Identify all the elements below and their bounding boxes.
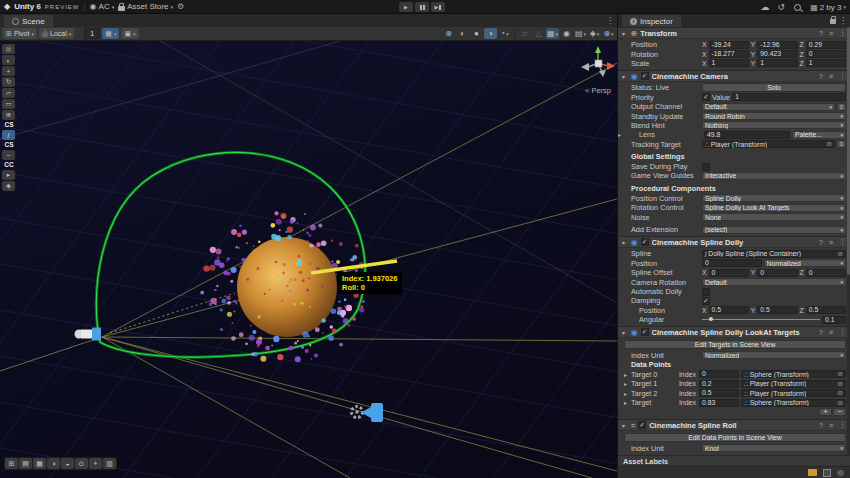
overlay-tool-button[interactable]: ⊙ bbox=[75, 458, 88, 469]
slider-knob[interactable] bbox=[709, 317, 713, 321]
overlay-tool-button[interactable]: ⊞ bbox=[5, 458, 18, 469]
x-field[interactable]: -39.24 bbox=[709, 41, 749, 49]
asset-store-dropdown[interactable]: Asset Store ▾ bbox=[118, 2, 173, 11]
foldout-icon[interactable]: ▸ bbox=[624, 390, 629, 397]
save-icon[interactable] bbox=[823, 469, 831, 477]
value-field[interactable]: 1 bbox=[732, 93, 846, 101]
property-checkbox[interactable] bbox=[702, 288, 710, 296]
tool-button[interactable]: ~ bbox=[2, 150, 15, 160]
scene-viewport[interactable]: Index: 1.937026 Roll: 0 < Persp ◎◐+↻▱▭⊕C… bbox=[0, 41, 617, 478]
remove-button[interactable]: − bbox=[833, 408, 846, 416]
y-axis-cone[interactable] bbox=[595, 46, 601, 53]
settings-gear-icon[interactable]: ⚙ bbox=[177, 2, 184, 11]
object-picker-icon[interactable]: ⊙ bbox=[838, 380, 843, 388]
kebab-menu-icon[interactable]: ⋮ bbox=[839, 29, 846, 37]
z-field[interactable]: 0.5 bbox=[806, 306, 846, 314]
object-picker-icon[interactable]: ⊙ bbox=[827, 140, 832, 148]
tab-scene[interactable]: Scene bbox=[4, 15, 53, 27]
z-field[interactable]: 0 bbox=[806, 50, 846, 58]
foldout-icon[interactable]: ▸ bbox=[624, 399, 629, 406]
dropdown[interactable]: Normalized▾ bbox=[702, 351, 846, 359]
kebab-menu-icon[interactable]: ⋮ bbox=[839, 72, 846, 80]
grid-snap-dropdown[interactable]: ▦ ▾ bbox=[102, 28, 119, 39]
dropdown[interactable]: Nothing▾ bbox=[702, 121, 846, 129]
inspector-menu-icon[interactable]: ⋮ bbox=[839, 16, 847, 25]
overlay-tool-button[interactable]: + bbox=[89, 458, 102, 469]
value-field[interactable]: 49.8 bbox=[704, 131, 790, 139]
preset-icon[interactable]: ≡ bbox=[829, 30, 833, 37]
tool-snap-dropdown[interactable]: ▣ ▾ bbox=[121, 28, 138, 39]
object-reference-field[interactable]: ∴Player (Transform)⊙ bbox=[741, 389, 846, 397]
scene-view-option-button[interactable]: ⊕ bbox=[442, 28, 455, 39]
scene-view-option-button[interactable]: ◑ bbox=[484, 28, 497, 39]
x-field[interactable]: -18.277 bbox=[709, 50, 749, 58]
dropdown[interactable]: Round Robin▾ bbox=[702, 112, 846, 120]
cloud-icon[interactable]: ☁ bbox=[761, 2, 770, 12]
asset-labels-section[interactable]: Asset Labels bbox=[618, 455, 850, 466]
priority-checkbox[interactable]: ✓ bbox=[702, 93, 710, 101]
dropdown[interactable]: Spline Dolly▾ bbox=[702, 194, 846, 202]
enable-checkbox[interactable]: ✓ bbox=[638, 421, 646, 429]
scene-view-option-button[interactable]: ◈▾ bbox=[588, 28, 601, 39]
component-header[interactable]: ▾≈✓Cinemachine Spline Roll?≡⋮ bbox=[618, 419, 850, 431]
index-field[interactable]: 0.5 bbox=[699, 389, 739, 397]
preset-icon[interactable]: ≡ bbox=[829, 422, 833, 429]
object-picker-icon[interactable]: ⊙ bbox=[838, 399, 843, 407]
property-checkbox[interactable]: ✓ bbox=[702, 297, 710, 305]
object-picker-icon[interactable]: ⊙ bbox=[838, 389, 843, 397]
enable-checkbox[interactable]: ✓ bbox=[641, 238, 649, 246]
scene-view-option-button[interactable]: △ bbox=[532, 28, 545, 39]
x-field[interactable]: 0 bbox=[709, 269, 749, 277]
tool-button[interactable]: ▭ bbox=[2, 99, 15, 109]
y-field[interactable]: 0 bbox=[757, 269, 797, 277]
kebab-menu-icon[interactable]: ⋮ bbox=[839, 421, 846, 429]
perspective-label[interactable]: < Persp bbox=[566, 86, 617, 95]
dropdown[interactable]: None▾ bbox=[702, 213, 846, 221]
dropdown[interactable]: Spline Dolly Look At Targets▾ bbox=[702, 204, 846, 212]
component-header[interactable]: ▾◉✓Cinemachine Camera?≡⋮ bbox=[618, 70, 850, 82]
virtual-camera-gizmo[interactable] bbox=[75, 328, 102, 341]
y-field[interactable]: 1 bbox=[757, 59, 797, 67]
overlay-tool-button[interactable]: ◑ bbox=[47, 458, 60, 469]
index-field[interactable]: 0 bbox=[699, 370, 739, 378]
foldout-icon[interactable]: ▾ bbox=[622, 422, 628, 429]
dropdown[interactable]: Default▾ bbox=[702, 103, 835, 111]
scene-view-option-button[interactable]: ◉ bbox=[560, 28, 573, 39]
preset-icon[interactable]: ≡ bbox=[837, 103, 846, 111]
tool-button[interactable]: ▱ bbox=[2, 88, 15, 98]
help-icon[interactable]: ? bbox=[819, 73, 823, 80]
preset-icon[interactable]: ≡ bbox=[837, 140, 846, 148]
overlay-tool-button[interactable]: ▥ bbox=[103, 458, 116, 469]
dropdown[interactable]: Default▾ bbox=[702, 278, 846, 286]
scene-canvas[interactable] bbox=[0, 41, 617, 478]
enable-checkbox[interactable]: ✓ bbox=[641, 72, 649, 80]
history-icon[interactable]: ↺ bbox=[778, 2, 786, 12]
object-picker-icon[interactable]: ⊙ bbox=[838, 250, 843, 258]
dropdown[interactable]: Normalized▾ bbox=[764, 259, 846, 267]
foldout-icon[interactable]: ▾ bbox=[622, 30, 628, 37]
gizmo-center-cube[interactable] bbox=[595, 60, 602, 67]
tool-button[interactable]: ◈ bbox=[2, 181, 15, 191]
action-button[interactable]: Edit Data Points in Scene View bbox=[624, 433, 846, 442]
foldout-icon[interactable]: ▾ bbox=[622, 73, 628, 80]
add-button[interactable]: + bbox=[819, 408, 832, 416]
preset-icon[interactable]: ≡ bbox=[829, 239, 833, 246]
object-picker-icon[interactable]: ⊙ bbox=[838, 370, 843, 378]
gray-axis-cone[interactable] bbox=[581, 63, 589, 71]
tab-inspector[interactable]: i Inspector bbox=[622, 15, 681, 27]
property-checkbox[interactable] bbox=[702, 163, 710, 171]
asset-bundle-icon[interactable] bbox=[808, 469, 817, 476]
dropdown[interactable]: Interactive▾ bbox=[702, 172, 846, 180]
solo-button[interactable]: Solo bbox=[702, 83, 846, 92]
y-field[interactable]: -12.96 bbox=[757, 41, 797, 49]
scene-view-option-button[interactable]: ◔▾ bbox=[498, 28, 511, 39]
help-icon[interactable]: ? bbox=[819, 30, 823, 37]
component-header[interactable]: ▾◉✓Cinemachine Spline Dolly LookAt Targe… bbox=[618, 326, 850, 338]
lens-mode-dropdown[interactable]: Palette...▾ bbox=[792, 131, 846, 139]
overlay-menu-icon[interactable]: ⋮ bbox=[606, 16, 614, 25]
foldout-icon[interactable]: ▸ bbox=[624, 371, 629, 378]
preset-icon[interactable]: ≡ bbox=[829, 329, 833, 336]
slider[interactable] bbox=[702, 316, 820, 324]
pivot-mode-dropdown[interactable]: ⊞ Pivot ▾ bbox=[3, 28, 37, 39]
object-reference-field[interactable]: ∴Player (Transform)⊙ bbox=[702, 140, 835, 148]
